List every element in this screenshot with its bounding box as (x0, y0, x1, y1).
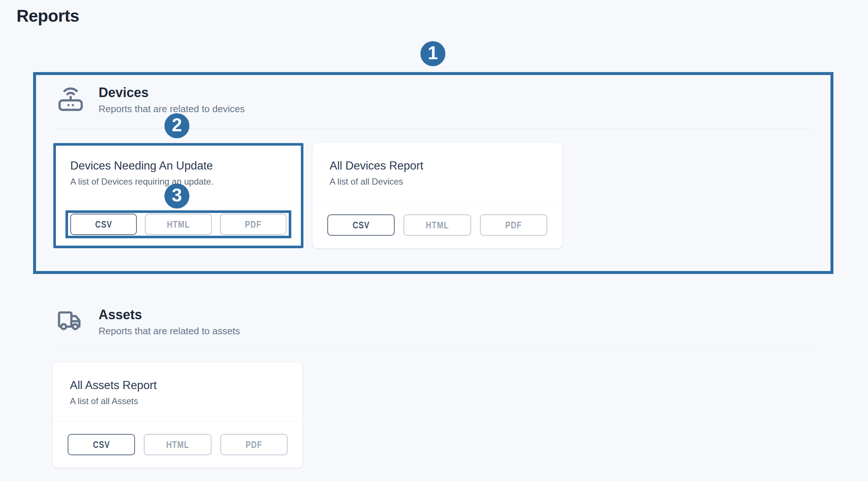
csv-export-button[interactable]: CSV (68, 434, 135, 455)
report-card-title: All Devices Report (330, 159, 546, 172)
truck-icon (55, 305, 86, 336)
export-buttons-row: CSV HTML PDF (70, 214, 287, 235)
page-title: Reports (17, 6, 79, 26)
pdf-export-button[interactable]: PDF (220, 434, 288, 455)
section-title-assets: Assets (99, 307, 240, 323)
report-card-description: A list of all Assets (70, 396, 286, 407)
pdf-export-button[interactable]: PDF (480, 214, 547, 236)
csv-export-button[interactable]: CSV (327, 214, 395, 236)
report-card-all-devices: All Devices Report A list of all Devices… (313, 143, 562, 248)
csv-export-button[interactable]: CSV (70, 214, 137, 235)
assets-section-text: Assets Reports that are related to asset… (99, 307, 240, 337)
assets-section-header: Assets Reports that are related to asset… (55, 305, 240, 337)
annotation-badge-3: 3 (164, 184, 189, 209)
export-buttons-row: CSV HTML PDF (68, 434, 288, 455)
card-divider (53, 421, 302, 422)
card-body: All Devices Report A list of all Devices (313, 143, 562, 187)
annotation-badge-2: 2 (164, 113, 189, 138)
section-subtitle-assets: Reports that are related to assets (99, 325, 240, 337)
report-card-all-assets: All Assets Report A list of all Assets C… (53, 363, 302, 468)
card-body: All Assets Report A list of all Assets (53, 363, 302, 407)
report-card-title: All Assets Report (70, 379, 286, 392)
devices-report-cards: Devices Needing An Update A list of Devi… (53, 143, 562, 248)
section-divider (53, 347, 813, 348)
wifi-device-icon (55, 83, 86, 114)
card-divider (313, 202, 562, 202)
report-card-title: Devices Needing An Update (70, 159, 287, 172)
export-buttons-row: CSV HTML PDF (327, 214, 547, 236)
html-export-button[interactable]: HTML (145, 214, 211, 235)
section-title-devices: Devices (99, 85, 245, 101)
card-body: Devices Needing An Update A list of Devi… (56, 146, 301, 187)
report-card-description: A list of all Devices (330, 176, 546, 187)
pdf-export-button[interactable]: PDF (220, 214, 287, 235)
html-export-button[interactable]: HTML (144, 434, 211, 455)
devices-section-text: Devices Reports that are related to devi… (99, 85, 245, 115)
annotation-box-devices-section: Devices Reports that are related to devi… (33, 72, 833, 274)
annotation-badge-1: 1 (420, 41, 445, 66)
section-subtitle-devices: Reports that are related to devices (99, 103, 245, 115)
devices-section-header: Devices Reports that are related to devi… (55, 83, 245, 115)
html-export-button[interactable]: HTML (403, 214, 471, 236)
annotation-box-export-buttons: CSV HTML PDF (65, 210, 291, 238)
